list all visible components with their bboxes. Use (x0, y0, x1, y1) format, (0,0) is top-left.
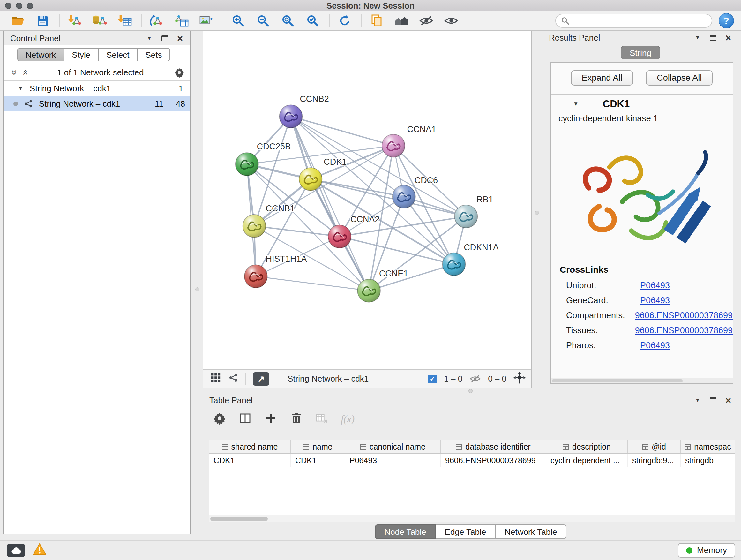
network-node-HIST1H1A[interactable] (245, 265, 267, 288)
zoom-selected-button[interactable] (304, 12, 322, 29)
help-button[interactable]: ? (719, 13, 734, 28)
table-horizontal-scrollbar[interactable] (209, 515, 735, 522)
tab-style[interactable]: Style (64, 48, 98, 61)
entry-disclosure-icon[interactable]: ▼ (573, 101, 579, 107)
tab-edge-table[interactable]: Edge Table (436, 524, 496, 539)
column-header[interactable]: database identifier (441, 440, 546, 453)
network-list-options-button[interactable] (174, 67, 185, 78)
table-row[interactable]: CDK1 CDK1 P06493 9606.ENSP00000378699 cy… (209, 454, 735, 468)
close-panel-icon[interactable]: × (723, 33, 734, 43)
splitter-grip[interactable] (195, 287, 199, 292)
function-builder-button[interactable]: f(x) (341, 414, 354, 425)
collection-disclosure-icon[interactable]: ▼ (18, 85, 23, 91)
column-header[interactable]: canonical name (345, 440, 441, 453)
network-node-CDC6[interactable] (393, 185, 415, 208)
column-header[interactable]: name (291, 440, 345, 453)
cell-namespace[interactable]: stringdb (681, 454, 735, 468)
uniprot-link[interactable]: P06493 (640, 281, 670, 291)
gene-entry-header[interactable]: ▼ CDK1 (551, 95, 733, 114)
cell-shared-name[interactable]: CDK1 (209, 454, 291, 468)
column-header[interactable]: namespac (681, 440, 735, 453)
network-node-CDKN1A[interactable] (443, 253, 466, 276)
network-node-CCNB1[interactable] (243, 214, 266, 238)
float-panel-icon[interactable] (159, 33, 171, 44)
panel-menu-icon[interactable]: ▼ (144, 33, 155, 44)
show-columns-button[interactable] (239, 412, 252, 427)
warnings-button[interactable] (32, 543, 47, 558)
float-panel-icon[interactable] (707, 33, 719, 43)
cell-canonical-name[interactable]: P06493 (345, 454, 441, 468)
show-all-button[interactable] (442, 12, 460, 29)
splitter-grip[interactable] (535, 211, 539, 215)
import-network-from-database-button[interactable] (91, 12, 109, 29)
tab-network-table[interactable]: Network Table (495, 524, 566, 539)
search-input[interactable] (572, 16, 706, 25)
delete-table-button[interactable] (315, 412, 328, 427)
search-box[interactable] (555, 14, 712, 28)
column-header[interactable]: shared name (209, 440, 291, 453)
column-header[interactable]: @id (628, 440, 681, 453)
tab-sets[interactable]: Sets (138, 48, 170, 61)
export-image-button[interactable] (197, 12, 215, 29)
cell-name[interactable]: CDK1 (291, 454, 345, 468)
network-node-RB1[interactable] (455, 205, 477, 228)
panel-menu-icon[interactable]: ▼ (692, 33, 703, 43)
clone-network-button[interactable] (172, 12, 190, 29)
expand-all-button[interactable]: Expand All (571, 70, 633, 85)
save-session-button[interactable] (34, 12, 52, 29)
close-panel-icon[interactable]: × (723, 395, 734, 406)
copy-documents-button[interactable] (367, 12, 386, 29)
hide-selected-button[interactable] (417, 12, 435, 29)
cloud-button[interactable] (7, 544, 25, 557)
memory-button[interactable]: Memory (678, 543, 735, 558)
panel-menu-icon[interactable]: ▼ (692, 395, 703, 406)
detach-view-button[interactable]: ↗ (253, 372, 269, 386)
collapse-all-button[interactable]: Collapse All (646, 70, 713, 85)
birdseye-view-button[interactable] (514, 372, 526, 386)
zoom-in-button[interactable] (229, 12, 247, 29)
network-node-CCNA1[interactable] (382, 134, 405, 157)
minimize-window-button[interactable] (16, 3, 22, 9)
houses-button[interactable] (393, 12, 410, 29)
genecard-link[interactable]: P06493 (640, 296, 670, 306)
zoom-out-button[interactable] (254, 12, 272, 29)
maximize-window-button[interactable] (27, 3, 33, 9)
results-horizontal-scrollbar[interactable] (551, 378, 733, 383)
network-node-CDK1[interactable] (299, 168, 322, 191)
import-table-from-file-button[interactable] (116, 12, 133, 29)
compartments-link[interactable]: 9606.ENSP00000378699 (635, 311, 733, 320)
refresh-button[interactable] (336, 12, 354, 29)
column-header[interactable]: description (546, 440, 628, 453)
splitter-grip[interactable] (468, 389, 473, 393)
network-row-selected[interactable]: String Network – cdk1 11 48 (4, 96, 190, 111)
grid-view-button[interactable] (210, 372, 221, 385)
share-view-button[interactable] (228, 373, 239, 385)
cell-database-identifier[interactable]: 9606.ENSP00000378699 (441, 454, 546, 468)
close-panel-icon[interactable]: × (174, 33, 186, 44)
collapse-all-networks-icon[interactable]: » (10, 70, 19, 75)
cell-description[interactable]: cyclin-dependent ... (546, 454, 628, 468)
open-session-button[interactable] (9, 12, 27, 29)
close-window-button[interactable] (5, 3, 11, 9)
pharos-link[interactable]: P06493 (640, 341, 670, 351)
cell-id[interactable]: stringdb:9... (628, 454, 681, 468)
network-node-CCNE1[interactable] (357, 279, 381, 302)
network-node-CCNB2[interactable] (280, 105, 302, 128)
network-collection-row[interactable]: ▼ String Network – cdk1 1 (4, 81, 190, 96)
network-canvas[interactable]: CCNB2CCNA1CDC25BCDK1CDC6RB1CCNB1CCNA2CDK… (203, 31, 531, 369)
table-options-button[interactable] (213, 412, 226, 427)
tissues-link[interactable]: 9606.ENSP00000378699 (635, 326, 733, 335)
new-network-from-selection-button[interactable] (147, 12, 165, 29)
tab-network[interactable]: Network (17, 48, 64, 61)
network-node-CDC25B[interactable] (235, 152, 259, 176)
create-column-button[interactable] (264, 412, 277, 427)
expand-all-networks-icon[interactable]: » (20, 70, 29, 75)
float-panel-icon[interactable] (707, 395, 719, 406)
import-network-from-file-button[interactable] (66, 12, 84, 29)
delete-column-button[interactable] (290, 412, 302, 427)
selected-elements-checkbox[interactable]: ✓ (428, 374, 437, 383)
tab-select[interactable]: Select (98, 48, 138, 61)
zoom-fit-button[interactable] (279, 12, 297, 29)
network-node-CCNA2[interactable] (328, 225, 351, 248)
tab-node-table[interactable]: Node Table (375, 524, 436, 539)
